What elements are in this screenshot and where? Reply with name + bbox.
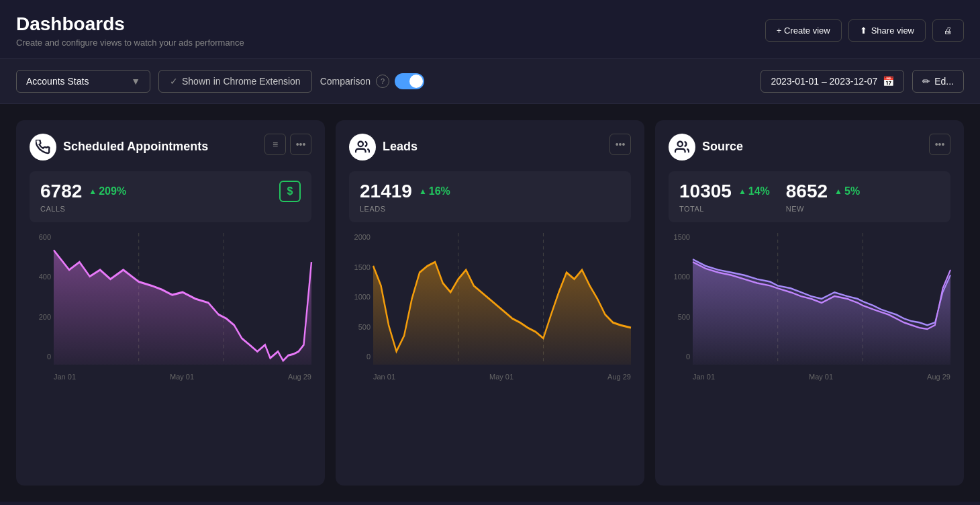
page-subtitle: Create and configure views to watch your…	[16, 38, 244, 48]
comparison-area: Comparison ?	[320, 73, 424, 89]
date-range-picker[interactable]: 2023-01-01 – 2023-12-07 📅	[761, 70, 904, 93]
print-button[interactable]: 🖨	[932, 19, 964, 42]
card-title: Scheduled Appointments	[63, 139, 208, 154]
chart-y-label: 1000	[669, 273, 690, 281]
card-title: Source	[702, 139, 743, 154]
chart-y-label: 600	[30, 233, 51, 241]
chart-x-label: Jan 01	[693, 373, 715, 381]
comparison-help-button[interactable]: ?	[376, 75, 389, 88]
metric-change: ▲5%	[834, 185, 860, 197]
metric-value-area: 21419 ▲16%	[360, 181, 620, 202]
metric-change: ▲16%	[419, 185, 450, 197]
table-view-button[interactable]: ≡	[264, 134, 286, 155]
more-options-button[interactable]: •••	[609, 134, 631, 155]
edit-label: Ed...	[934, 76, 954, 87]
check-icon: ✓	[170, 76, 178, 87]
chart-x-labels: Jan 01May 01Aug 29	[54, 373, 311, 381]
comparison-toggle[interactable]	[395, 73, 424, 89]
up-arrow-icon: ▲	[738, 187, 746, 196]
accounts-dropdown[interactable]: Accounts Stats ▼	[16, 70, 150, 93]
metric-item: 8652 ▲5% NEW	[786, 181, 860, 213]
chart-y-labels: 2000150010005000	[349, 233, 371, 361]
up-arrow-icon: ▲	[89, 187, 97, 196]
metric-number: 6782	[40, 181, 82, 202]
card-icon	[669, 134, 695, 160]
print-icon: 🖨	[944, 26, 952, 36]
card-title-area: Scheduled Appointments	[30, 134, 208, 160]
chart-x-labels: Jan 01May 01Aug 29	[693, 373, 950, 381]
card-icon	[30, 134, 56, 160]
header-actions: + Create view ⬆ Share view 🖨	[765, 19, 964, 42]
card-title-area: Leads	[349, 134, 418, 160]
more-options-button[interactable]: •••	[290, 134, 311, 155]
metric-item: 10305 ▲14% TOTAL	[679, 181, 770, 213]
chrome-extension-button[interactable]: ✓ Shown in Chrome Extension	[158, 70, 312, 93]
card-title: Leads	[383, 139, 418, 154]
metric-label: NEW	[786, 205, 860, 213]
chart-x-label: May 01	[489, 373, 513, 381]
up-arrow-icon: ▲	[834, 187, 842, 196]
edit-button[interactable]: ✏ Ed...	[912, 70, 964, 93]
toolbar: Accounts Stats ▼ ✓ Shown in Chrome Exten…	[0, 59, 980, 104]
chart-x-label: Aug 29	[927, 373, 950, 381]
chart-y-label: 1500	[669, 233, 690, 241]
card-actions: •••	[929, 134, 950, 155]
metric-label: LEADS	[360, 205, 620, 213]
source-metrics: 10305 ▲14% TOTAL 8652	[679, 181, 940, 213]
more-options-button[interactable]: •••	[929, 134, 950, 155]
metric-value-area: 6782 ▲209% $	[40, 181, 301, 202]
card-leads: Leads ••• 21419 ▲16% LEADS	[336, 120, 644, 486]
chart-area	[373, 233, 631, 365]
card-scheduled-appointments: Scheduled Appointments ≡ ••• 6782 ▲209% …	[16, 120, 325, 486]
chart-y-label: 0	[349, 353, 371, 361]
toggle-knob	[409, 75, 423, 88]
chart-y-label: 500	[349, 323, 371, 331]
share-view-button[interactable]: ⬆ Share view	[848, 19, 926, 42]
metric-value-area: 8652 ▲5%	[786, 181, 860, 202]
chart-x-labels: Jan 01May 01Aug 29	[373, 373, 631, 381]
metric-number: 10305	[679, 181, 732, 202]
metric-number: 21419	[360, 181, 412, 202]
chart-area	[54, 233, 311, 365]
chevron-down-icon: ▼	[131, 76, 140, 87]
svg-point-5	[678, 142, 683, 146]
chart-x-label: May 01	[170, 373, 194, 381]
chart-y-label: 1500	[349, 263, 371, 271]
share-view-label: Share view	[871, 26, 914, 36]
chart-container: 150010005000	[669, 233, 950, 381]
chrome-extension-label: Shown in Chrome Extension	[182, 76, 301, 87]
card-header: Leads •••	[349, 134, 631, 160]
up-arrow-icon: ▲	[419, 187, 427, 196]
chart-x-label: Aug 29	[607, 373, 631, 381]
metric-change: ▲209%	[89, 185, 126, 197]
card-source: Source ••• 10305	[655, 120, 964, 486]
metric-label: TOTAL	[679, 205, 770, 213]
chart-x-label: Jan 01	[54, 373, 76, 381]
svg-point-2	[358, 142, 363, 146]
metric-row: 10305 ▲14% TOTAL 8652	[669, 171, 950, 222]
share-icon: ⬆	[860, 26, 867, 36]
chart-x-label: May 01	[809, 373, 833, 381]
chart-y-label: 500	[669, 313, 690, 321]
card-header: Scheduled Appointments ≡ •••	[30, 134, 311, 160]
chart-container: 2000150010005000 Jan 01May 01Aug 2	[349, 233, 631, 381]
metric-row: 21419 ▲16% LEADS	[349, 171, 631, 222]
comparison-label: Comparison	[320, 76, 371, 87]
chart-svg	[54, 233, 311, 365]
card-title-area: Source	[669, 134, 743, 160]
chart-y-labels: 150010005000	[669, 233, 690, 361]
chart-svg	[693, 233, 950, 365]
date-range-value: 2023-01-01 – 2023-12-07	[771, 76, 877, 87]
create-view-button[interactable]: + Create view	[765, 19, 842, 42]
metric-row: 6782 ▲209% $ CALLS	[30, 171, 311, 222]
calendar-icon: 📅	[883, 76, 894, 87]
chart-svg	[373, 233, 631, 365]
chart-y-label: 2000	[349, 233, 371, 241]
header-left: Dashboards Create and configure views to…	[16, 13, 244, 48]
chart-y-labels: 6004002000	[30, 233, 51, 361]
card-actions: ≡ •••	[264, 134, 311, 155]
chart-y-label: 1000	[349, 293, 371, 301]
card-icon	[349, 134, 376, 160]
card-actions: •••	[609, 134, 631, 155]
page-title: Dashboards	[16, 13, 244, 35]
